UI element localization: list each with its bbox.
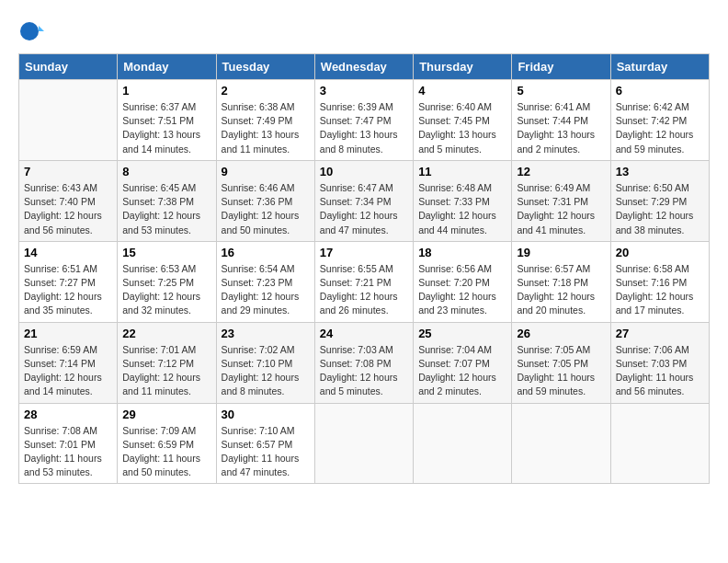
day-number: 2 — [222, 84, 310, 98]
calendar-week-row: 21Sunrise: 6:59 AM Sunset: 7:14 PM Dayli… — [19, 322, 710, 403]
calendar-cell — [19, 80, 118, 161]
day-info: Sunrise: 6:40 AM Sunset: 7:45 PM Dayligh… — [418, 100, 506, 156]
calendar-cell: 1Sunrise: 6:37 AM Sunset: 7:51 PM Daylig… — [118, 80, 216, 161]
calendar-cell: 18Sunrise: 6:56 AM Sunset: 7:20 PM Dayli… — [414, 241, 512, 322]
calendar-cell: 3Sunrise: 6:39 AM Sunset: 7:47 PM Daylig… — [314, 80, 413, 161]
calendar-cell: 4Sunrise: 6:40 AM Sunset: 7:45 PM Daylig… — [414, 80, 512, 161]
day-info: Sunrise: 7:04 AM Sunset: 7:07 PM Dayligh… — [418, 343, 506, 399]
svg-point-0 — [20, 22, 39, 40]
calendar-cell: 13Sunrise: 6:50 AM Sunset: 7:29 PM Dayli… — [610, 160, 709, 241]
header-monday: Monday — [118, 54, 216, 80]
calendar-cell: 5Sunrise: 6:41 AM Sunset: 7:44 PM Daylig… — [512, 80, 610, 161]
calendar-cell — [610, 403, 709, 484]
day-info: Sunrise: 6:43 AM Sunset: 7:40 PM Dayligh… — [24, 181, 112, 237]
calendar-cell: 16Sunrise: 6:54 AM Sunset: 7:23 PM Dayli… — [216, 241, 314, 322]
calendar-week-row: 28Sunrise: 7:08 AM Sunset: 7:01 PM Dayli… — [19, 403, 710, 484]
day-info: Sunrise: 7:06 AM Sunset: 7:03 PM Dayligh… — [616, 343, 704, 399]
calendar-cell: 2Sunrise: 6:38 AM Sunset: 7:49 PM Daylig… — [216, 80, 314, 161]
day-info: Sunrise: 6:49 AM Sunset: 7:31 PM Dayligh… — [517, 181, 605, 237]
day-number: 22 — [122, 327, 210, 340]
day-number: 14 — [24, 246, 112, 259]
day-info: Sunrise: 6:48 AM Sunset: 7:33 PM Dayligh… — [418, 181, 506, 237]
calendar-cell: 24Sunrise: 7:03 AM Sunset: 7:08 PM Dayli… — [314, 322, 413, 403]
day-number: 6 — [616, 84, 704, 98]
calendar-cell: 29Sunrise: 7:09 AM Sunset: 6:59 PM Dayli… — [118, 403, 216, 484]
day-number: 24 — [320, 327, 408, 340]
day-number: 18 — [418, 246, 506, 259]
day-number: 15 — [122, 246, 210, 259]
calendar-cell: 19Sunrise: 6:57 AM Sunset: 7:18 PM Dayli… — [512, 241, 610, 322]
calendar-cell: 8Sunrise: 6:45 AM Sunset: 7:38 PM Daylig… — [118, 160, 216, 241]
calendar-cell — [512, 403, 610, 484]
day-number: 10 — [320, 165, 408, 178]
day-number: 8 — [122, 165, 210, 178]
day-number: 25 — [418, 327, 506, 340]
calendar-cell: 7Sunrise: 6:43 AM Sunset: 7:40 PM Daylig… — [19, 160, 118, 241]
day-number: 7 — [24, 165, 112, 178]
day-info: Sunrise: 7:08 AM Sunset: 7:01 PM Dayligh… — [24, 424, 112, 480]
header-thursday: Thursday — [414, 54, 512, 80]
day-number: 26 — [517, 327, 605, 340]
day-number: 23 — [222, 327, 310, 340]
header-saturday: Saturday — [610, 54, 709, 80]
day-number: 1 — [122, 84, 210, 98]
day-info: Sunrise: 6:56 AM Sunset: 7:20 PM Dayligh… — [418, 262, 506, 318]
calendar-header-row: SundayMondayTuesdayWednesdayThursdayFrid… — [19, 54, 710, 80]
day-info: Sunrise: 6:37 AM Sunset: 7:51 PM Dayligh… — [122, 100, 210, 156]
calendar-cell: 17Sunrise: 6:55 AM Sunset: 7:21 PM Dayli… — [314, 241, 413, 322]
day-info: Sunrise: 7:02 AM Sunset: 7:10 PM Dayligh… — [222, 343, 310, 399]
day-number: 11 — [418, 165, 506, 178]
day-info: Sunrise: 7:09 AM Sunset: 6:59 PM Dayligh… — [122, 424, 210, 480]
day-number: 3 — [320, 84, 408, 98]
calendar-cell: 27Sunrise: 7:06 AM Sunset: 7:03 PM Dayli… — [610, 322, 709, 403]
calendar-cell: 10Sunrise: 6:47 AM Sunset: 7:34 PM Dayli… — [314, 160, 413, 241]
day-info: Sunrise: 6:55 AM Sunset: 7:21 PM Dayligh… — [320, 262, 408, 318]
day-info: Sunrise: 6:57 AM Sunset: 7:18 PM Dayligh… — [517, 262, 605, 318]
day-info: Sunrise: 6:50 AM Sunset: 7:29 PM Dayligh… — [616, 181, 704, 237]
header-tuesday: Tuesday — [216, 54, 314, 80]
day-info: Sunrise: 6:58 AM Sunset: 7:16 PM Dayligh… — [616, 262, 704, 318]
day-info: Sunrise: 7:10 AM Sunset: 6:57 PM Dayligh… — [222, 424, 310, 480]
calendar-cell: 30Sunrise: 7:10 AM Sunset: 6:57 PM Dayli… — [216, 403, 314, 484]
calendar-week-row: 1Sunrise: 6:37 AM Sunset: 7:51 PM Daylig… — [19, 80, 710, 161]
calendar-cell: 9Sunrise: 6:46 AM Sunset: 7:36 PM Daylig… — [216, 160, 314, 241]
calendar-cell — [314, 403, 413, 484]
day-number: 16 — [222, 246, 310, 259]
page-header — [18, 18, 710, 44]
day-number: 4 — [418, 84, 506, 98]
day-info: Sunrise: 6:41 AM Sunset: 7:44 PM Dayligh… — [517, 100, 605, 156]
calendar-table: SundayMondayTuesdayWednesdayThursdayFrid… — [18, 53, 710, 484]
day-info: Sunrise: 6:53 AM Sunset: 7:25 PM Dayligh… — [122, 262, 210, 318]
day-number: 17 — [320, 246, 408, 259]
day-info: Sunrise: 6:39 AM Sunset: 7:47 PM Dayligh… — [320, 100, 408, 156]
calendar-cell: 21Sunrise: 6:59 AM Sunset: 7:14 PM Dayli… — [19, 322, 118, 403]
calendar-cell: 15Sunrise: 6:53 AM Sunset: 7:25 PM Dayli… — [118, 241, 216, 322]
day-number: 20 — [616, 246, 704, 259]
day-number: 12 — [517, 165, 605, 178]
header-wednesday: Wednesday — [314, 54, 413, 80]
day-info: Sunrise: 6:51 AM Sunset: 7:27 PM Dayligh… — [24, 262, 112, 318]
day-info: Sunrise: 6:42 AM Sunset: 7:42 PM Dayligh… — [616, 100, 704, 156]
calendar-cell: 20Sunrise: 6:58 AM Sunset: 7:16 PM Dayli… — [610, 241, 709, 322]
calendar-cell: 12Sunrise: 6:49 AM Sunset: 7:31 PM Dayli… — [512, 160, 610, 241]
day-info: Sunrise: 6:47 AM Sunset: 7:34 PM Dayligh… — [320, 181, 408, 237]
day-number: 21 — [24, 327, 112, 340]
day-number: 29 — [122, 408, 210, 421]
day-info: Sunrise: 6:46 AM Sunset: 7:36 PM Dayligh… — [222, 181, 310, 237]
logo-icon — [18, 18, 44, 44]
day-info: Sunrise: 7:03 AM Sunset: 7:08 PM Dayligh… — [320, 343, 408, 399]
day-info: Sunrise: 7:05 AM Sunset: 7:05 PM Dayligh… — [517, 343, 605, 399]
calendar-week-row: 14Sunrise: 6:51 AM Sunset: 7:27 PM Dayli… — [19, 241, 710, 322]
day-number: 5 — [517, 84, 605, 98]
day-info: Sunrise: 6:54 AM Sunset: 7:23 PM Dayligh… — [222, 262, 310, 318]
calendar-cell: 6Sunrise: 6:42 AM Sunset: 7:42 PM Daylig… — [610, 80, 709, 161]
day-number: 27 — [616, 327, 704, 340]
calendar-cell: 25Sunrise: 7:04 AM Sunset: 7:07 PM Dayli… — [414, 322, 512, 403]
day-number: 9 — [222, 165, 310, 178]
calendar-cell: 14Sunrise: 6:51 AM Sunset: 7:27 PM Dayli… — [19, 241, 118, 322]
svg-marker-1 — [39, 26, 44, 31]
day-info: Sunrise: 7:01 AM Sunset: 7:12 PM Dayligh… — [122, 343, 210, 399]
calendar-cell: 23Sunrise: 7:02 AM Sunset: 7:10 PM Dayli… — [216, 322, 314, 403]
header-friday: Friday — [512, 54, 610, 80]
calendar-cell: 26Sunrise: 7:05 AM Sunset: 7:05 PM Dayli… — [512, 322, 610, 403]
